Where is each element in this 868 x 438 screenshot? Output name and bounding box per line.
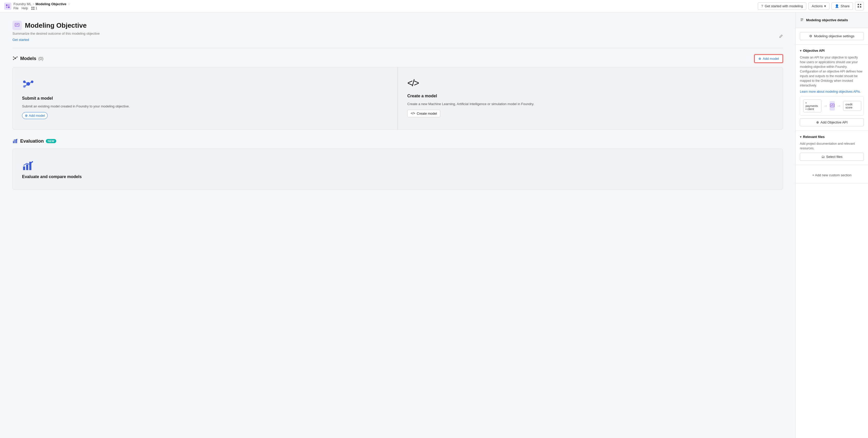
svg-rect-0 bbox=[6, 4, 7, 6]
navbar: Foundry ML > Modeling Objective ☆ File H… bbox=[0, 0, 868, 12]
star-icon[interactable]: ☆ bbox=[67, 2, 70, 6]
submit-model-desc: Submit an existing model created in Foun… bbox=[22, 104, 388, 109]
file-menu[interactable]: File bbox=[13, 6, 19, 10]
models-icon bbox=[12, 56, 18, 62]
svg-rect-31 bbox=[23, 166, 25, 170]
svg-rect-2 bbox=[6, 6, 7, 8]
evaluation-card: Evaluate and compare models bbox=[12, 148, 783, 190]
evaluation-icon bbox=[12, 138, 18, 144]
models-title: Models bbox=[20, 56, 36, 61]
navbar-right: ? Get started with modeling Actions ▾ 👤 … bbox=[758, 2, 864, 10]
models-section: Models (0) ⊕ Add model bbox=[12, 54, 783, 130]
page-title-row: Modeling Objective bbox=[12, 21, 783, 30]
svg-rect-29 bbox=[14, 140, 16, 143]
add-objective-api-button[interactable]: ⊕ Add Objective API bbox=[800, 118, 864, 126]
models-section-header: Models (0) ⊕ Add model bbox=[12, 54, 783, 63]
svg-rect-28 bbox=[13, 141, 14, 143]
svg-rect-6 bbox=[31, 8, 33, 10]
breadcrumb: Foundry ML > Modeling Objective ☆ bbox=[13, 2, 70, 6]
evaluation-title-row: Evaluation NEW bbox=[12, 138, 56, 144]
submit-model-title: Submit a model bbox=[22, 96, 388, 101]
api-arrow-icon: → bbox=[824, 104, 828, 108]
evaluation-section: Evaluation NEW Evaluate and compare mode… bbox=[12, 138, 783, 190]
new-badge: NEW bbox=[46, 139, 56, 143]
svg-rect-5 bbox=[33, 7, 34, 8]
svg-rect-9 bbox=[860, 4, 861, 5]
create-model-desc: Create a new Machine Learning, Artificia… bbox=[407, 101, 773, 107]
sidebar-add-section: + Add new custom section bbox=[796, 165, 868, 183]
page-header-actions: Summarize the desired outcome of this mo… bbox=[12, 32, 783, 42]
sidebar-api-header: ▾ Objective API bbox=[800, 49, 864, 53]
api-arrow-2-icon: → bbox=[837, 104, 841, 108]
question-icon: ? bbox=[761, 4, 763, 8]
submit-add-model-button[interactable]: ⊕ Add model bbox=[22, 112, 48, 119]
section-divider-1 bbox=[12, 48, 783, 48]
create-model-button[interactable]: </> Create model bbox=[407, 110, 440, 117]
add-model-header-button[interactable]: ⊕ Add model bbox=[754, 54, 783, 63]
submit-model-icon bbox=[22, 78, 388, 91]
edit-icon[interactable] bbox=[779, 34, 783, 39]
breadcrumb-current: Modeling Objective bbox=[35, 2, 66, 6]
actions-button[interactable]: Actions ▾ bbox=[808, 2, 830, 10]
plus-circle-api-icon: ⊕ bbox=[816, 121, 819, 124]
chevron-down-icon: ▾ bbox=[824, 4, 826, 8]
sidebar-files-section: ▾ Relevant files Add project documentati… bbox=[796, 131, 868, 165]
svg-point-13 bbox=[16, 25, 17, 25]
breadcrumb-app[interactable]: Foundry ML bbox=[13, 2, 31, 6]
create-model-title: Create a model bbox=[407, 94, 773, 98]
create-model-icon: </> bbox=[407, 78, 773, 89]
models-count: (0) bbox=[38, 57, 43, 61]
svg-rect-11 bbox=[860, 6, 861, 7]
api-visual: payments client → → credit score bbox=[800, 96, 864, 116]
api-output-label: credit score bbox=[845, 103, 852, 109]
sidebar-list-icon bbox=[800, 18, 804, 23]
evaluation-section-header: Evaluation NEW bbox=[12, 138, 783, 144]
svg-rect-8 bbox=[858, 4, 859, 5]
add-custom-section-button[interactable]: + Add new custom section bbox=[800, 171, 864, 179]
page-title-icon bbox=[12, 21, 22, 30]
sidebar-details-title: Modeling objective details bbox=[806, 18, 848, 22]
api-input-payments: payments bbox=[806, 101, 819, 107]
get-started-button[interactable]: ? Get started with modeling bbox=[758, 2, 806, 10]
layout: Modeling Objective Summarize the desired… bbox=[0, 12, 868, 438]
sidebar-settings-section: ⚙ Modeling objective settings bbox=[796, 28, 868, 44]
page-title: Modeling Objective bbox=[25, 22, 87, 30]
share-button[interactable]: 👤 Share bbox=[832, 2, 853, 10]
sidebar-files-header: ▾ Relevant files bbox=[800, 135, 864, 139]
get-started-link[interactable]: Get started bbox=[12, 38, 29, 42]
plus-icon: ⊕ bbox=[25, 114, 28, 117]
evaluation-title: Evaluation bbox=[20, 138, 44, 144]
grid-icon bbox=[857, 4, 862, 8]
share-icon: 👤 bbox=[835, 4, 839, 8]
svg-rect-32 bbox=[26, 164, 28, 170]
plus-circle-icon: ⊕ bbox=[758, 57, 761, 61]
eval-card-icon bbox=[22, 159, 773, 172]
learn-more-api-link[interactable]: Learn more about modeling objectives API… bbox=[800, 90, 864, 94]
sidebar-api-section: ▾ Objective API Create an API for your o… bbox=[796, 44, 868, 131]
modeling-objective-settings-button[interactable]: ⚙ Modeling objective settings bbox=[800, 32, 864, 40]
pages-count: 1 bbox=[31, 6, 37, 10]
help-menu[interactable]: Help bbox=[22, 6, 28, 10]
svg-rect-4 bbox=[31, 7, 33, 8]
svg-rect-7 bbox=[33, 8, 34, 10]
svg-point-34 bbox=[32, 161, 33, 162]
api-visual-row: payments client → → credit score bbox=[803, 99, 861, 112]
collapse-api-icon[interactable]: ▾ bbox=[800, 49, 801, 53]
select-files-button[interactable]: 🗂 Select files bbox=[800, 153, 864, 161]
svg-rect-1 bbox=[8, 4, 9, 6]
collapse-files-icon[interactable]: ▾ bbox=[800, 135, 801, 139]
main-content: Modeling Objective Summarize the desired… bbox=[0, 12, 796, 438]
app-icon bbox=[4, 3, 11, 10]
relevant-files-description: Add project documentation and relevant r… bbox=[800, 141, 864, 151]
grid-view-button[interactable] bbox=[855, 2, 864, 10]
page-meta: Summarize the desired outcome of this mo… bbox=[12, 32, 100, 42]
breadcrumb-sep: > bbox=[32, 2, 34, 6]
objective-api-title: ▾ Objective API bbox=[800, 49, 825, 53]
api-output-box: credit score bbox=[843, 101, 861, 111]
create-model-card: </> Create a model Create a new Machine … bbox=[398, 67, 783, 129]
page-description: Summarize the desired outcome of this mo… bbox=[12, 32, 100, 35]
api-inputs-box: payments client bbox=[803, 99, 822, 112]
api-input-client: client bbox=[806, 107, 819, 110]
objective-api-description: Create an API for your objective to spec… bbox=[800, 55, 864, 88]
page-header: Modeling Objective Summarize the desired… bbox=[12, 21, 783, 42]
